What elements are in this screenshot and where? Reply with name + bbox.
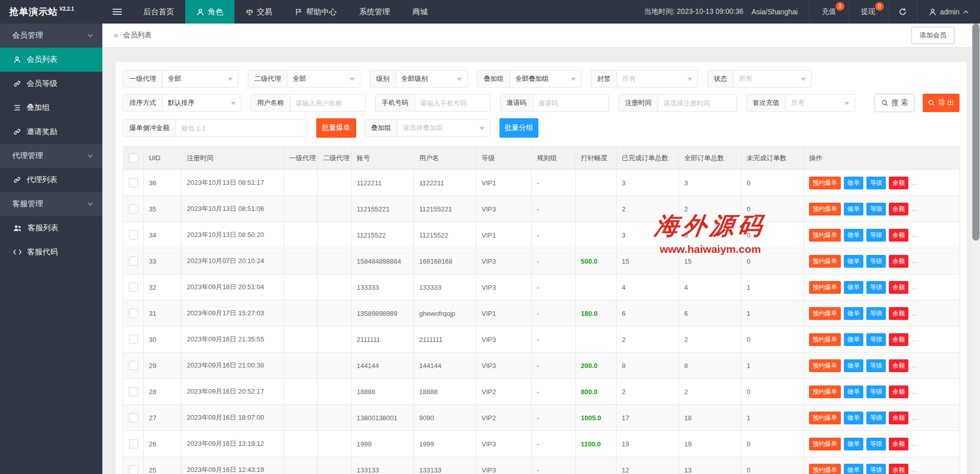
row-checkbox[interactable] <box>129 204 138 213</box>
reserve-burst-button[interactable]: 预约爆单 <box>809 177 841 189</box>
filter-phone-field[interactable] <box>420 99 485 107</box>
filter-burst-amount-field[interactable] <box>181 124 301 132</box>
level-button[interactable]: 等级 <box>866 229 886 242</box>
balance-button[interactable]: 余额 <box>889 359 908 372</box>
level-button[interactable]: 等级 <box>866 385 886 398</box>
level-button[interactable]: 等级 <box>866 333 886 346</box>
search-button[interactable]: 搜 索 <box>875 94 914 112</box>
reserve-burst-button[interactable]: 预约爆单 <box>809 438 841 450</box>
do-order-button[interactable]: 做单 <box>844 333 863 346</box>
row-checkbox[interactable] <box>129 465 138 474</box>
filter-invite-code-field[interactable] <box>538 99 604 107</box>
more-actions-button[interactable]: ... <box>911 231 919 239</box>
sidebar-item-invite-reward[interactable]: 邀请奖励 <box>0 120 102 144</box>
reserve-burst-button[interactable]: 预约爆单 <box>809 464 841 474</box>
filter-status-select[interactable]: 所有 <box>734 71 811 87</box>
nav-item-role[interactable]: 角色 <box>185 0 234 24</box>
row-checkbox[interactable] <box>129 413 138 422</box>
filter-ban-select[interactable]: 所有 <box>617 71 698 87</box>
more-actions-button[interactable]: ... <box>911 387 919 395</box>
balance-button[interactable]: 余额 <box>889 203 908 216</box>
sidebar-toggle-icon[interactable] <box>102 0 132 24</box>
filter-invite-code-input[interactable] <box>533 95 609 111</box>
filter-username-input[interactable] <box>291 95 366 111</box>
level-button[interactable]: 等级 <box>866 307 886 320</box>
filter-agent2-select[interactable]: 全部 <box>288 71 360 87</box>
user-menu[interactable]: admin <box>917 0 980 24</box>
level-button[interactable]: 等级 <box>866 203 886 216</box>
filter-reg-time-input[interactable] <box>658 95 736 111</box>
sidebar-item-service-code[interactable]: 客服代码 <box>0 240 102 264</box>
sidebar-item-stack-group[interactable]: 叠加组 <box>0 96 102 120</box>
level-button[interactable]: 等级 <box>866 412 886 424</box>
row-checkbox[interactable] <box>129 335 138 344</box>
filter-agent1-select[interactable]: 全部 <box>163 71 238 87</box>
reserve-burst-button[interactable]: 预约爆单 <box>809 412 841 424</box>
filter-stack-group-select[interactable]: 全部叠加组 <box>510 71 581 87</box>
more-actions-button[interactable]: ... <box>911 335 919 343</box>
nav-item-mall[interactable]: 商城 <box>401 0 439 24</box>
reserve-burst-button[interactable]: 预约爆单 <box>809 255 841 268</box>
nav-item-help-center[interactable]: 帮助中心 <box>284 0 348 24</box>
row-checkbox[interactable] <box>129 387 138 396</box>
balance-button[interactable]: 余额 <box>889 255 908 268</box>
row-checkbox[interactable] <box>129 283 138 292</box>
do-order-button[interactable]: 做单 <box>844 438 863 450</box>
do-order-button[interactable]: 做单 <box>844 177 863 189</box>
reserve-burst-button[interactable]: 预约爆单 <box>809 333 841 346</box>
scrollbar-thumb[interactable] <box>972 24 979 241</box>
balance-button[interactable]: 余额 <box>889 385 908 398</box>
level-button[interactable]: 等级 <box>866 359 886 372</box>
filter-first-recharge-select[interactable]: 所有 <box>786 95 855 111</box>
reserve-burst-button[interactable]: 预约爆单 <box>809 307 841 320</box>
level-button[interactable]: 等级 <box>866 177 886 189</box>
export-button[interactable]: 导 出 <box>923 94 960 112</box>
balance-button[interactable]: 余额 <box>889 412 908 424</box>
more-actions-button[interactable]: ... <box>911 414 919 421</box>
balance-button[interactable]: 余额 <box>889 438 908 450</box>
more-actions-button[interactable]: ... <box>911 179 919 186</box>
do-order-button[interactable]: 做单 <box>844 281 863 294</box>
balance-button[interactable]: 余额 <box>889 229 908 242</box>
more-actions-button[interactable]: ... <box>911 283 919 291</box>
row-checkbox[interactable] <box>129 309 138 318</box>
add-member-button[interactable]: 添加会员 <box>911 27 954 44</box>
filter-batch-group-select[interactable]: 请选择叠加组 <box>398 120 490 136</box>
do-order-button[interactable]: 做单 <box>844 307 863 320</box>
do-order-button[interactable]: 做单 <box>844 255 863 268</box>
do-order-button[interactable]: 做单 <box>844 412 863 424</box>
filter-level-select[interactable]: 全部级别 <box>396 71 467 87</box>
level-button[interactable]: 等级 <box>866 438 886 450</box>
sidebar-item-member-list[interactable]: 会员列表 <box>0 48 102 72</box>
balance-button[interactable]: 余额 <box>889 177 908 189</box>
sidebar-group-agent-mgmt[interactable]: 代理管理 <box>0 144 102 168</box>
sidebar-group-service-mgmt[interactable]: 客服管理 <box>0 192 102 216</box>
reserve-burst-button[interactable]: 预约爆单 <box>809 281 841 294</box>
balance-button[interactable]: 余额 <box>889 333 908 346</box>
balance-button[interactable]: 余额 <box>889 281 908 294</box>
do-order-button[interactable]: 做单 <box>844 359 863 372</box>
reserve-burst-button[interactable]: 预约爆单 <box>809 359 841 372</box>
level-button[interactable]: 等级 <box>866 281 886 294</box>
reserve-burst-button[interactable]: 预约爆单 <box>809 229 841 242</box>
level-button[interactable]: 等级 <box>866 464 886 474</box>
balance-button[interactable]: 余额 <box>889 464 908 474</box>
recharge-shortcut[interactable]: 充值3 <box>809 0 848 24</box>
sidebar-item-agent-list[interactable]: 代理列表 <box>0 168 102 192</box>
sidebar-group-member-mgmt[interactable]: 会员管理 <box>0 24 102 48</box>
more-actions-button[interactable]: ... <box>911 205 919 212</box>
more-actions-button[interactable]: ... <box>911 257 919 265</box>
sidebar-item-member-level[interactable]: 会员等级 <box>0 72 102 96</box>
filter-username-field[interactable] <box>296 99 361 107</box>
reserve-burst-button[interactable]: 预约爆单 <box>809 203 841 216</box>
sidebar-item-service-list[interactable]: 客服列表 <box>0 216 102 240</box>
row-checkbox[interactable] <box>129 439 138 448</box>
level-button[interactable]: 等级 <box>866 255 886 268</box>
row-checkbox[interactable] <box>129 256 138 266</box>
do-order-button[interactable]: 做单 <box>844 229 863 242</box>
more-actions-button[interactable]: ... <box>911 466 919 473</box>
withdraw-shortcut[interactable]: 提现0 <box>848 0 888 24</box>
row-checkbox[interactable] <box>129 230 138 240</box>
batch-burst-button[interactable]: 批量爆单 <box>316 118 356 138</box>
row-checkbox[interactable] <box>129 178 138 187</box>
